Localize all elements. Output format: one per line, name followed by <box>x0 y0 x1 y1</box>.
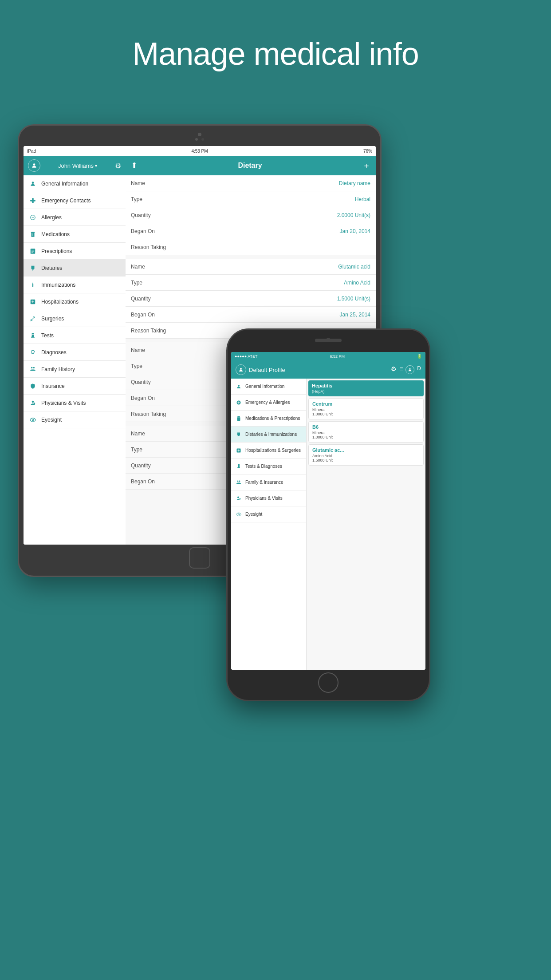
ph-eye-icon <box>235 510 243 518</box>
iphone-sidebar-item-emergency[interactable]: Emergency & Allergies <box>231 395 306 411</box>
ph-family-icon <box>235 478 243 486</box>
sidebar-item-prescriptions[interactable]: Prescriptions <box>24 243 126 260</box>
card-sub-centrum: Mineral1.0000 Unit <box>312 407 420 416</box>
field-label-type3: Type <box>131 363 142 369</box>
field-value-type1: Herbal <box>355 196 370 202</box>
ipad-status-battery: 76% <box>363 149 372 154</box>
ph-label-hospitalizations: Hospitalizations & Surgeries <box>245 448 301 453</box>
ipad-statusbar: iPad 4:53 PM 76% <box>24 146 376 156</box>
diagnoses-icon <box>28 348 38 357</box>
sidebar-item-insurance[interactable]: Insurance <box>24 378 126 395</box>
sidebar-label-medications: Medications <box>41 231 70 237</box>
field-label-qty2: Quantity <box>131 296 151 302</box>
field-label-qty3: Quantity <box>131 379 151 385</box>
iphone-sidebar-item-medications[interactable]: Medications & Prescriptions <box>231 411 306 427</box>
iphone-sidebar-item-family[interactable]: Family & Insurance <box>231 474 306 490</box>
field-value-name2: Glutamic acid <box>338 264 370 270</box>
sidebar-item-general[interactable]: General Information <box>24 175 126 192</box>
ph-label-physicians: Physicians & Visits <box>245 496 283 501</box>
hospitalizations-icon <box>28 297 38 307</box>
field-value-qty2: 1.5000 Unit(s) <box>337 296 370 302</box>
iphone-speaker <box>315 339 342 342</box>
iphone-sidebar-item-general[interactable]: General Information <box>231 379 306 395</box>
dietary-row: Type Amino Acid <box>126 275 376 291</box>
page-title: Manage medical info <box>0 0 551 72</box>
sidebar-item-dietaries[interactable]: Dietaries <box>24 260 126 277</box>
sidebar-item-allergies[interactable]: Allergies <box>24 209 126 226</box>
field-value-began2: Jan 25, 2014 <box>340 312 370 318</box>
dietary-record-1: Name Dietary name Type Herbal Quantity 2… <box>126 175 376 255</box>
sidebar-item-emergency[interactable]: Emergency Contacts <box>24 192 126 209</box>
sidebar-item-surgeries[interactable]: Surgeries <box>24 310 126 327</box>
svg-point-36 <box>239 480 240 482</box>
field-label-type1: Type <box>131 196 142 202</box>
sidebar-label-emergency: Emergency Contacts <box>41 198 91 204</box>
gear-icon[interactable]: ⚙ <box>115 162 121 170</box>
card-title-b6: B6 <box>312 424 420 430</box>
iphone-card-hepatitis: Hepatitis (HepA) <box>308 380 424 396</box>
sidebar-label-diagnoses: Diagnoses <box>41 349 67 356</box>
sidebar-item-medications[interactable]: Medications <box>24 226 126 243</box>
field-label-type4: Type <box>131 447 142 453</box>
iphone-sidebar: General Information Emergency & Allergie… <box>231 379 307 670</box>
sidebar-item-physicians[interactable]: Physicians & Visits <box>24 395 126 411</box>
sidebar-item-immunizations[interactable]: Immunizations <box>24 277 126 293</box>
field-label-reason1: Reason Taking <box>131 244 166 250</box>
ph-label-tests: Tests & Diagnoses <box>245 464 282 469</box>
ph-physicians-icon <box>235 494 243 502</box>
sidebar-label-physicians: Physicians & Visits <box>41 400 86 406</box>
sidebar-label-insurance: Insurance <box>41 383 65 389</box>
sidebar-label-family: Family History <box>41 366 75 372</box>
iphone-sidebar-item-hospitalizations[interactable]: Hospitalizations & Surgeries <box>231 443 306 458</box>
iphone-sidebar-item-eyesight[interactable]: Eyesight <box>231 506 306 522</box>
ph-meds-icon <box>235 415 243 423</box>
svg-point-26 <box>409 368 411 370</box>
sidebar-header: John Williams ▾ ⚙ <box>24 156 126 175</box>
dropdown-arrow: ▾ <box>95 163 97 168</box>
iphone-status-battery: 🔋 <box>417 354 422 359</box>
ph-label-general: General Information <box>245 384 284 389</box>
add-icon[interactable]: ＋ <box>362 160 370 171</box>
field-label-reason2: Reason Taking <box>131 328 166 334</box>
dietaries-icon <box>28 263 38 273</box>
iphone-gear-icon[interactable]: ⚙ <box>391 365 397 374</box>
iphone-device: ●●●●● AT&T 6:52 PM 🔋 Default Profile ⚙ ≡… <box>226 328 430 701</box>
field-label-began3: Began On <box>131 395 155 401</box>
field-label-qty1: Quantity <box>131 212 151 218</box>
card-sub-hepatitis: (HepA) <box>312 389 420 394</box>
field-value-qty1: 2.0000 Unit(s) <box>337 212 370 218</box>
sidebar-item-tests[interactable]: Tests <box>24 327 126 344</box>
ipad-camera <box>201 138 204 141</box>
ph-hosp-icon <box>235 447 243 454</box>
dietary-row: Name Glutamic acid <box>126 259 376 275</box>
ph-label-family: Family & Insurance <box>245 480 283 485</box>
iphone-sidebar-item-physicians[interactable]: Physicians & Visits <box>231 490 306 506</box>
ipad-sensor <box>195 138 198 141</box>
sidebar-label-surgeries: Surgeries <box>41 316 64 322</box>
surgeries-icon <box>28 314 38 324</box>
iphone-card-centrum: Centrum Mineral1.0000 Unit <box>308 398 424 419</box>
iphone-sidebar-item-dietaries[interactable]: Dietaries & Immunizations <box>231 427 306 443</box>
dietary-row: Quantity 2.0000 Unit(s) <box>126 207 376 223</box>
sidebar-label-eyesight: Eyesight <box>41 417 62 423</box>
ph-tests-icon <box>235 462 243 470</box>
svg-point-25 <box>240 368 242 370</box>
main-title: Dietary <box>238 162 262 170</box>
iphone-menu-icon[interactable]: ≡ <box>399 365 403 374</box>
sidebar-label-prescriptions: Prescriptions <box>41 248 72 254</box>
sidebar-item-hospitalizations[interactable]: Hospitalizations <box>24 293 126 310</box>
ph-label-dietaries: Dietaries & Immunizations <box>245 432 297 437</box>
field-label-began4: Began On <box>131 478 155 485</box>
user-name[interactable]: John Williams ▾ <box>58 162 97 169</box>
dietary-row: Began On Jan 20, 2014 <box>126 223 376 239</box>
iphone-initial: D <box>417 365 421 374</box>
card-title-centrum: Centrum <box>312 401 420 407</box>
field-label-name2: Name <box>131 264 145 270</box>
tests-icon <box>28 331 38 340</box>
sidebar-item-eyesight[interactable]: Eyesight <box>24 411 126 428</box>
share-icon[interactable]: ⬆ <box>131 161 138 170</box>
sidebar-item-diagnoses[interactable]: Diagnoses <box>24 344 126 361</box>
profile-name: Default Profile <box>249 367 388 373</box>
iphone-sidebar-item-tests[interactable]: Tests & Diagnoses <box>231 458 306 474</box>
sidebar-item-family[interactable]: Family History <box>24 361 126 378</box>
